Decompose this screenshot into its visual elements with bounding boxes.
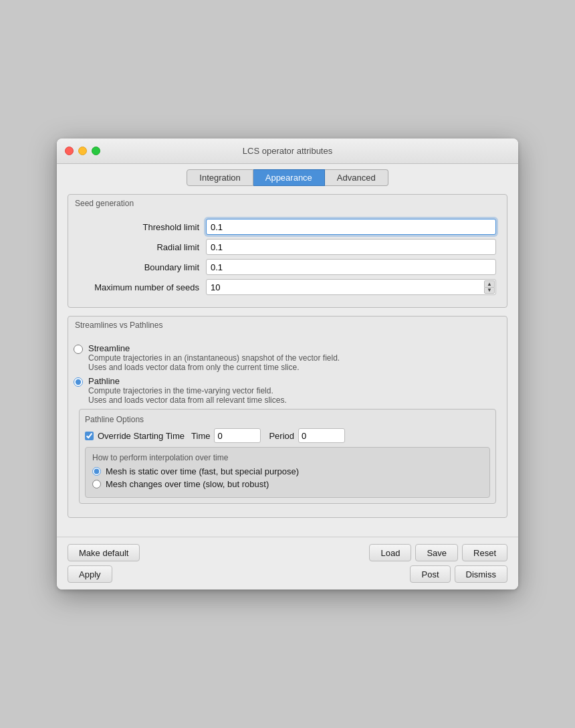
mesh-static-row: Mesh is static over time (fast, but spec…: [92, 466, 483, 476]
maximize-button[interactable]: [92, 147, 100, 155]
threshold-limit-input[interactable]: [206, 219, 496, 235]
bottom-bar: Make default Apply Load Save Reset Post …: [57, 537, 518, 589]
override-label: Override Starting Time: [98, 431, 185, 441]
boundary-limit-input[interactable]: [206, 259, 496, 275]
close-button[interactable]: [65, 147, 74, 155]
titlebar: LCS operator attributes: [57, 139, 518, 164]
streamlines-pathlines-title: Streamlines vs Pathlines: [68, 316, 507, 337]
pathline-desc1: Compute trajectories in the time-varying…: [88, 386, 287, 395]
load-button[interactable]: Load: [369, 544, 411, 561]
make-default-button[interactable]: Make default: [68, 544, 140, 561]
content-area: Seed generation Threshold limit Radial l…: [57, 186, 518, 537]
streamlines-pathlines-section: Streamlines vs Pathlines Streamline Comp…: [68, 316, 507, 518]
left-buttons: Make default Apply: [68, 544, 140, 583]
pathline-radio[interactable]: [74, 377, 83, 387]
pathline-row: Pathline Compute trajectories in the tim…: [74, 376, 501, 405]
radial-limit-label: Radial limit: [79, 242, 206, 252]
threshold-limit-row: Threshold limit: [79, 219, 496, 235]
time-label: Time: [191, 431, 210, 441]
interpolation-box: How to perform interpolation over time M…: [85, 447, 490, 498]
boundary-limit-row: Boundary limit: [79, 259, 496, 275]
streamline-label-group: Streamline Compute trajectories in an (i…: [88, 343, 340, 372]
streamline-desc2: Uses and loads vector data from only the…: [88, 363, 340, 372]
seed-generation-section: Seed generation Threshold limit Radial l…: [68, 194, 507, 308]
pathline-label-group: Pathline Compute trajectories in the tim…: [88, 376, 287, 405]
pathline-options-title: Pathline Options: [85, 415, 490, 424]
override-row: Override Starting Time Time Period: [85, 428, 490, 443]
window-controls: [65, 147, 100, 155]
mesh-changes-row: Mesh changes over time (slow, but robust…: [92, 479, 483, 489]
tab-integration[interactable]: Integration: [187, 169, 253, 186]
spinner-down-button[interactable]: ▼: [484, 287, 495, 294]
mesh-changes-radio[interactable]: [92, 480, 101, 488]
streamline-title: Streamline: [88, 343, 340, 353]
interp-title: How to perform interpolation over time: [92, 453, 483, 462]
seed-generation-title: Seed generation: [68, 195, 507, 215]
tab-appearance[interactable]: Appearance: [253, 169, 325, 186]
period-input[interactable]: [298, 428, 345, 443]
dismiss-button[interactable]: Dismiss: [455, 565, 508, 583]
radial-limit-row: Radial limit: [79, 239, 496, 255]
mesh-changes-label: Mesh changes over time (slow, but robust…: [106, 479, 269, 489]
apply-button[interactable]: Apply: [68, 565, 112, 583]
max-seeds-label: Maximum number of seeds: [79, 282, 206, 292]
threshold-limit-label: Threshold limit: [79, 222, 206, 232]
right-buttons: Load Save Reset Post Dismiss: [369, 544, 507, 583]
streamline-row: Streamline Compute trajectories in an (i…: [74, 343, 501, 372]
period-label: Period: [269, 431, 294, 441]
reset-button[interactable]: Reset: [462, 544, 507, 561]
pathline-desc2: Uses and loads vector data from all rele…: [88, 395, 287, 405]
spinner-up-button[interactable]: ▲: [484, 280, 495, 287]
max-seeds-row: Maximum number of seeds ▲ ▼: [79, 279, 496, 295]
max-seeds-input[interactable]: [206, 279, 496, 295]
window-title: LCS operator attributes: [243, 146, 332, 156]
radio-options: Streamline Compute trajectories in an (i…: [68, 337, 507, 509]
main-window: LCS operator attributes Integration Appe…: [57, 139, 518, 589]
pathline-title: Pathline: [88, 376, 287, 386]
mesh-static-radio[interactable]: [92, 467, 101, 476]
pathline-options-box: Pathline Options Override Starting Time …: [79, 409, 496, 504]
tab-bar: Integration Appearance Advanced: [57, 164, 518, 186]
mesh-static-label: Mesh is static over time (fast, but spec…: [106, 466, 299, 476]
streamline-desc1: Compute trajectories in an (instantaneou…: [88, 353, 340, 363]
spinner-buttons: ▲ ▼: [484, 280, 495, 294]
time-input[interactable]: [214, 428, 261, 443]
boundary-limit-label: Boundary limit: [79, 262, 206, 272]
minimize-button[interactable]: [78, 147, 87, 155]
max-seeds-spinner: ▲ ▼: [206, 279, 496, 295]
save-button[interactable]: Save: [415, 544, 458, 561]
streamline-radio[interactable]: [74, 345, 83, 354]
override-checkbox[interactable]: [85, 432, 94, 440]
post-button[interactable]: Post: [410, 565, 450, 583]
radial-limit-input[interactable]: [206, 239, 496, 255]
tab-advanced[interactable]: Advanced: [325, 169, 388, 186]
